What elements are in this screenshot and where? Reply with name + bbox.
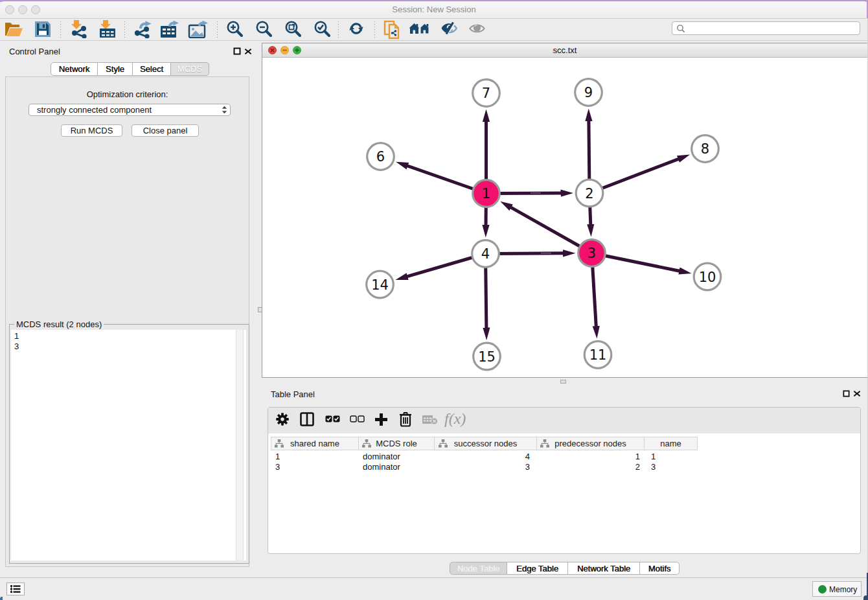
svg-text:1: 1 xyxy=(482,186,490,202)
svg-text:2: 2 xyxy=(585,186,593,202)
svg-text:9: 9 xyxy=(584,85,593,100)
svg-text:14: 14 xyxy=(371,277,389,293)
svg-text:8: 8 xyxy=(701,141,709,157)
svg-text:11: 11 xyxy=(589,347,607,363)
svg-text:15: 15 xyxy=(478,349,496,365)
svg-text:10: 10 xyxy=(699,270,716,285)
svg-text:3: 3 xyxy=(588,246,596,261)
svg-text:7: 7 xyxy=(482,86,490,101)
svg-text:4: 4 xyxy=(481,246,490,262)
svg-text:6: 6 xyxy=(376,149,385,165)
